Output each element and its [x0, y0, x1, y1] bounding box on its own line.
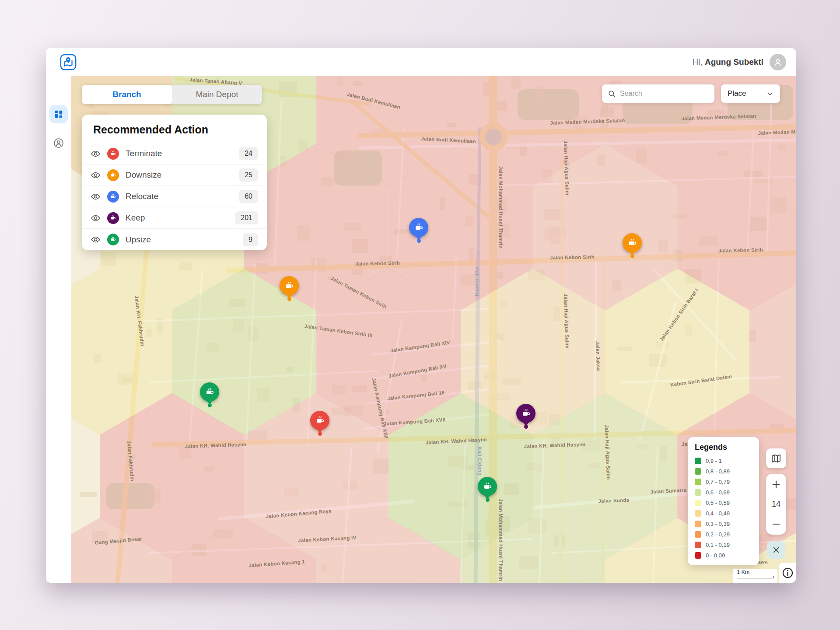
legend-range: 0,4 - 0,49: [706, 510, 730, 517]
terminate-cup-icon: [107, 148, 119, 160]
dashboard-icon: [54, 109, 63, 119]
legend-swatch: [695, 521, 701, 527]
close-overlay-button[interactable]: [767, 541, 785, 559]
action-label: Relocate: [126, 192, 232, 201]
action-label: Keep: [126, 213, 228, 223]
legend-swatch: [695, 510, 701, 517]
scale-label: 1 Km: [737, 569, 774, 575]
visibility-eye-icon[interactable]: [91, 213, 101, 223]
zoom-in-button[interactable]: [771, 480, 781, 489]
legend-range: 0,1 - 0,19: [706, 542, 730, 548]
legend-item: 0,6 - 0,69: [695, 487, 752, 497]
pin-balloon-cup-icon: [280, 276, 299, 295]
app-logo-map-pin-icon[interactable]: [60, 54, 77, 70]
legends-panel: Legends 0,9 - 10,8 - 0,890,7 - 0,790,6 -…: [688, 437, 759, 565]
legend-swatch: [695, 458, 701, 464]
top-bar: Hi, Agung Subekti: [46, 48, 796, 76]
pin-anchor-dot: [486, 498, 490, 502]
search-input[interactable]: [620, 90, 709, 98]
action-row-upsize[interactable]: Upsize9: [82, 229, 267, 250]
action-label: Upsize: [126, 235, 236, 245]
place-dropdown[interactable]: Place: [721, 84, 780, 103]
legends-title: Legends: [695, 443, 752, 452]
pin-anchor-dot: [287, 297, 291, 301]
legend-swatch: [695, 489, 701, 496]
sidebar-item-dashboard[interactable]: [49, 105, 68, 123]
legend-range: 0,3 - 0,39: [706, 521, 730, 527]
legend-item: 0,9 - 1: [695, 455, 752, 466]
visibility-eye-icon[interactable]: [91, 234, 101, 245]
action-row-relocate[interactable]: Relocate60: [82, 186, 267, 207]
map-scale-bar: 1 Km: [733, 569, 777, 583]
legend-swatch: [695, 468, 701, 475]
street-label: Kali Cideng: [477, 447, 483, 476]
chevron-down-icon: [766, 90, 774, 97]
street-label: Jalan Jaksa: [595, 341, 601, 371]
zoom-level: 14: [772, 500, 780, 509]
legend-range: 0 - 0,09: [706, 552, 725, 559]
action-count-badge: 60: [239, 190, 258, 203]
user-greeting-area: Hi, Agung Subekti: [692, 54, 786, 70]
sidebar-item-profile[interactable]: [53, 137, 64, 149]
search-icon: [608, 90, 616, 98]
legend-range: 0,7 - 0,79: [706, 479, 730, 485]
pin-balloon-cup-icon: [310, 411, 329, 430]
legend-swatch: [695, 531, 701, 538]
street-label: Jalan Kebon Sirih: [550, 254, 595, 260]
map-icon: [771, 453, 781, 464]
search-box: [602, 84, 714, 103]
legend-range: 0,2 - 0,29: [706, 531, 730, 538]
legend-item: 0,7 - 0,79: [695, 476, 752, 487]
upsize-cup-icon: [107, 234, 119, 245]
action-row-terminate[interactable]: Terminate24: [82, 143, 267, 164]
user-name: Agung Subekti: [705, 57, 763, 66]
action-count-badge: 201: [235, 211, 258, 224]
pin-anchor-dot: [417, 239, 421, 243]
basemap-toggle-button[interactable]: [766, 448, 786, 468]
street-label: Jalan Mohammad Husni Thamrin: [498, 166, 504, 249]
street-label: Jalan Kebon Sirih: [355, 260, 400, 266]
legend-swatch: [695, 542, 701, 548]
tab-branch[interactable]: Branch: [82, 85, 172, 104]
map-canvas[interactable]: Jalan Tanah Abang VJalan Budi KemuliaanJ…: [71, 76, 796, 583]
legend-item: 0,4 - 0,49: [695, 508, 752, 518]
legend-item: 0,1 - 0,19: [695, 539, 752, 550]
legend-item: 0,3 - 0,39: [695, 518, 752, 529]
pin-balloon-cup-icon: [623, 233, 642, 252]
legend-swatch: [695, 500, 701, 506]
street-label: Kali Cideng: [474, 267, 480, 297]
pin-anchor-dot: [208, 403, 212, 407]
legend-item: 0,8 - 0,89: [695, 466, 752, 476]
action-row-downsize[interactable]: Downsize25: [82, 164, 267, 186]
attribution-info-button[interactable]: [779, 563, 796, 583]
legend-items: 0,9 - 10,8 - 0,890,7 - 0,790,6 - 0,690,5…: [695, 455, 752, 560]
legend-item: 0 - 0,09: [695, 550, 752, 560]
user-avatar[interactable]: [770, 54, 786, 70]
street-label: Jalan Sunda: [598, 497, 630, 504]
visibility-eye-icon[interactable]: [91, 170, 101, 180]
street-label: Jalan Mohammad Husni Thamrin: [498, 499, 504, 581]
legend-range: 0,9 - 1: [706, 458, 722, 464]
close-icon: [772, 546, 780, 554]
action-label: Downsize: [126, 170, 232, 180]
legend-swatch: [695, 552, 701, 559]
tab-main-depot[interactable]: Main Depot: [172, 85, 262, 104]
visibility-eye-icon[interactable]: [91, 149, 101, 159]
place-dropdown-value: Place: [728, 89, 746, 98]
zoom-out-button[interactable]: [771, 519, 781, 529]
legend-item: 0,2 - 0,29: [695, 529, 752, 539]
action-label: Terminate: [126, 149, 232, 158]
panel-title: Recommended Action: [82, 115, 267, 143]
pin-anchor-dot: [630, 254, 634, 258]
view-tabs: Branch Main Depot: [82, 85, 262, 104]
action-row-keep[interactable]: Keep201: [82, 207, 267, 229]
relocate-cup-icon: [107, 191, 119, 203]
pin-balloon-cup-icon: [200, 382, 219, 402]
left-sidebar: [46, 76, 71, 583]
action-count-badge: 24: [239, 147, 258, 160]
profile-icon: [53, 137, 64, 149]
pin-balloon-cup-icon: [516, 404, 536, 423]
pin-balloon-cup-icon: [478, 477, 497, 496]
visibility-eye-icon[interactable]: [91, 192, 101, 202]
legend-swatch: [695, 479, 701, 485]
